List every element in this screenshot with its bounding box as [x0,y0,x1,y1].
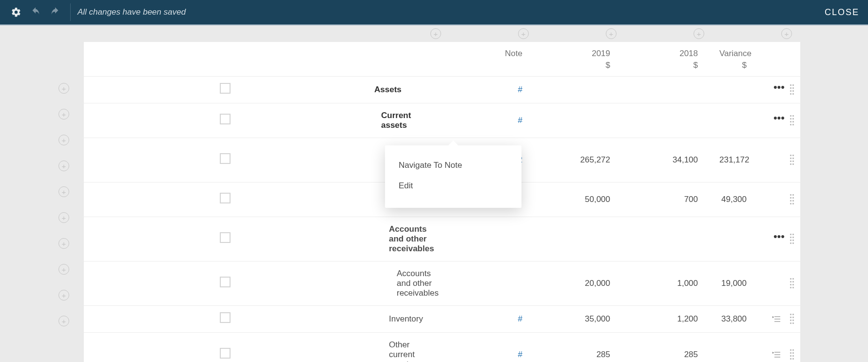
value-cell[interactable] [625,103,713,138]
row-actions [761,261,800,305]
row-label[interactable]: Accounts and other receivables [362,217,449,261]
value-cell[interactable]: 35,000 [537,305,625,332]
value-cell[interactable] [537,217,625,261]
table-row: Current assets#••• [84,103,800,138]
value-cell[interactable]: 50,000 [537,182,625,217]
drag-handle-icon[interactable] [790,278,794,289]
list-icon[interactable] [771,351,781,359]
value-cell[interactable]: 34,100 [625,138,713,182]
add-row-button[interactable]: + [58,135,69,145]
row-label[interactable]: Current assets [362,103,449,138]
close-button[interactable]: CLOSE [825,7,859,18]
top-bar: All changes have been saved CLOSE [0,0,868,25]
table-row: Inventory#35,0001,20033,800 [84,305,800,332]
value-cell[interactable]: 1,200 [625,305,713,332]
value-cell[interactable]: 285 [625,332,713,362]
drag-handle-icon[interactable] [790,313,794,325]
value-cell[interactable] [713,217,761,261]
note-link[interactable]: # [518,85,522,94]
table-row: Other current assets#285285 [84,332,800,362]
value-cell[interactable] [625,217,713,261]
note-cell [449,217,537,261]
column-add-row: + + + + + [84,27,868,40]
value-cell[interactable]: 231,172 [713,138,761,182]
row-label[interactable]: Other current assets [362,332,449,362]
more-icon[interactable]: ••• [773,116,785,125]
row-add-gutter: + + + + + + + + + + [58,83,69,342]
note-cell [449,261,537,305]
value-cell[interactable] [713,76,761,103]
add-row-button[interactable]: + [58,83,69,94]
add-row-button[interactable]: + [58,316,69,326]
table-header-row: Note 2019$ 2018$ Variance$ [84,42,800,76]
value-cell[interactable] [537,76,625,103]
row-actions: ••• [761,217,800,261]
redo-icon[interactable] [48,5,62,20]
add-row-button[interactable]: + [58,290,69,301]
row-checkbox[interactable] [220,348,231,359]
gear-icon[interactable] [9,5,23,20]
value-cell[interactable] [713,332,761,362]
value-cell[interactable]: 20,000 [537,261,625,305]
save-status: All changes have been saved [77,7,186,17]
row-checkbox[interactable] [220,277,231,287]
row-actions [761,332,800,362]
add-column-button[interactable]: + [781,28,792,39]
svg-rect-4 [774,354,780,355]
add-row-button[interactable]: + [58,212,69,223]
row-checkbox[interactable] [220,312,231,323]
svg-rect-1 [774,319,780,320]
row-label[interactable]: Inventory [362,305,449,332]
add-column-button[interactable]: + [430,28,441,39]
list-icon[interactable] [771,315,781,323]
more-icon[interactable]: ••• [773,85,785,95]
table-row: Assets#••• [84,76,800,103]
more-icon[interactable]: ••• [773,234,785,244]
add-row-button[interactable]: + [58,186,69,197]
row-checkbox[interactable] [220,232,231,243]
value-cell[interactable] [713,103,761,138]
value-cell[interactable]: 49,300 [713,182,761,217]
popover-edit[interactable]: Edit [385,176,521,196]
col-header-b: 2018$ [625,42,713,76]
value-cell[interactable]: 33,800 [713,305,761,332]
add-column-button[interactable]: + [518,28,529,39]
note-link[interactable]: # [518,116,522,125]
row-checkbox[interactable] [220,153,231,164]
undo-icon[interactable] [28,5,43,20]
add-row-button[interactable]: + [58,109,69,120]
value-cell[interactable]: 285 [537,332,625,362]
value-cell[interactable]: 265,272 [537,138,625,182]
row-checkbox[interactable] [220,83,231,94]
note-cell: # [449,305,537,332]
svg-rect-5 [774,357,780,358]
drag-handle-icon[interactable] [790,154,794,166]
drag-handle-icon[interactable] [790,115,794,126]
col-header-c: Variance$ [713,42,761,76]
popover-navigate[interactable]: Navigate To Note [385,155,521,176]
row-label[interactable]: Accounts and other receivables [362,261,449,305]
add-column-button[interactable]: + [606,28,617,39]
drag-handle-icon[interactable] [790,194,794,205]
row-checkbox[interactable] [220,193,231,203]
value-cell[interactable]: 19,000 [713,261,761,305]
add-row-button[interactable]: + [58,161,69,171]
row-label[interactable]: Assets [362,76,449,103]
row-actions [761,138,800,182]
row-actions: ••• [761,103,800,138]
row-checkbox[interactable] [220,114,231,124]
value-cell[interactable]: 700 [625,182,713,217]
note-link[interactable]: # [518,350,522,359]
drag-handle-icon[interactable] [790,349,794,361]
add-column-button[interactable]: + [694,28,704,39]
value-cell[interactable] [625,76,713,103]
drag-handle-icon[interactable] [790,233,794,245]
add-row-button[interactable]: + [58,264,69,275]
drag-handle-icon[interactable] [790,84,794,96]
row-actions [761,182,800,217]
note-cell: # [449,332,537,362]
value-cell[interactable]: 1,000 [625,261,713,305]
value-cell[interactable] [537,103,625,138]
add-row-button[interactable]: + [58,238,69,249]
note-link[interactable]: # [518,314,522,323]
